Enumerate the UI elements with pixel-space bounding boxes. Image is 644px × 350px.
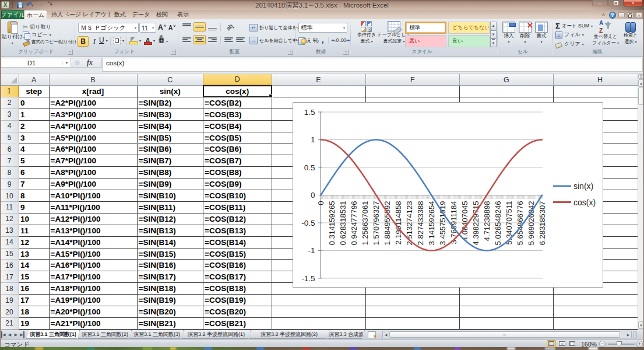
tab-r1[interactable]: 挿入 (48, 10, 66, 19)
sheet-tab-3[interactable]: 演習3.1 三角関数(3) (130, 330, 184, 339)
formula-input[interactable]: cos(x) (102, 58, 643, 72)
row-header-21[interactable]: 21 (0, 318, 19, 330)
column-header-C[interactable]: C (138, 74, 204, 86)
cell-A16[interactable]: 14 (19, 260, 50, 272)
cell-B11[interactable]: =A11*PI()/100 (50, 202, 138, 214)
borders-button[interactable]: ▾ (113, 37, 124, 44)
cell-D15[interactable]: =COS(B15) (203, 249, 272, 260)
sheet-tab-4[interactable]: 演習3.2 半波整流回路(1) (182, 330, 251, 339)
cell-A14[interactable]: 12 (19, 237, 50, 249)
cell-C1[interactable]: sin(x) (138, 86, 204, 97)
cell-A8[interactable]: 6 (19, 167, 50, 178)
cell-G1[interactable] (460, 86, 554, 97)
tab-r5[interactable]: 校閲 (153, 10, 171, 19)
minimize-button[interactable]: – (592, 0, 608, 6)
cell-D14[interactable]: =COS(B14) (203, 237, 272, 249)
cell-A4[interactable]: 2 (19, 121, 50, 132)
cell-A20[interactable]: 18 (19, 306, 50, 318)
align-left-button[interactable] (181, 35, 193, 44)
cell-B10[interactable]: =A10*PI()/100 (50, 190, 138, 202)
row-header-4[interactable]: 4 (0, 121, 19, 132)
tab-r3[interactable]: 数式 (111, 10, 129, 19)
cell-E20[interactable] (272, 306, 366, 318)
workbook-restore-button[interactable] (627, 12, 634, 18)
cell-B17[interactable]: =A17*PI()/100 (50, 271, 138, 283)
font-size-combo[interactable]: 11▾ (139, 23, 156, 33)
cell-B9[interactable]: =A9*PI()/100 (50, 178, 138, 190)
cell-C7[interactable]: =SIN(B7) (138, 155, 204, 167)
next-sheet-icon[interactable]: ▶ (13, 331, 19, 338)
cell-E1[interactable] (272, 86, 366, 97)
tab-file[interactable]: ファイル (1, 10, 24, 19)
column-header-F[interactable]: F (366, 74, 460, 86)
cell-E19[interactable] (272, 295, 366, 306)
cell-D4[interactable]: =COS(B4) (203, 121, 272, 132)
collapse-ribbon-icon[interactable]: ^ (600, 12, 607, 18)
restore-button[interactable] (608, 0, 624, 6)
workbook-minimize-button[interactable]: – (618, 12, 625, 18)
page-layout-view-button[interactable] (557, 340, 566, 347)
cell-B7[interactable]: =A7*PI()/100 (50, 155, 138, 167)
align-center-button[interactable] (193, 35, 206, 44)
cell-C16[interactable]: =SIN(B16) (138, 260, 204, 272)
cell-B5[interactable]: =A5*PI()/100 (50, 132, 138, 144)
cell-C14[interactable]: =SIN(B14) (138, 237, 204, 249)
cell-D8[interactable]: =COS(B8) (203, 167, 272, 178)
row-header-15[interactable]: 15 (0, 249, 19, 260)
sheet-tab-2[interactable]: 演習3.1 三角関数(2) (78, 330, 132, 339)
zoom-out-button[interactable]: − (599, 341, 606, 347)
cell-D6[interactable]: =COS(B6) (203, 144, 272, 156)
last-sheet-icon[interactable]: ▶ (20, 331, 24, 338)
dialog-launcher-icon[interactable] (171, 50, 176, 55)
dialog-launcher-icon[interactable] (68, 50, 73, 55)
tab-splitter-handle[interactable] (633, 331, 636, 338)
cell-D12[interactable]: =COS(B12) (203, 214, 272, 225)
cell-C18[interactable]: =SIN(B18) (138, 283, 204, 295)
cell-C6[interactable]: =SIN(B6) (138, 144, 204, 156)
column-header-E[interactable]: E (272, 74, 366, 86)
row-header-5[interactable]: 5 (0, 132, 19, 144)
cell-style-chip[interactable]: 標準 (405, 22, 446, 34)
cell-C19[interactable]: =SIN(B19) (138, 295, 204, 306)
cell-C9[interactable]: =SIN(B9) (138, 178, 204, 190)
name-box[interactable]: D1 ▼ (0, 58, 71, 68)
shrink-font-button[interactable]: A˅ (168, 24, 175, 31)
cell-F21[interactable] (366, 318, 460, 330)
cell-B21[interactable]: =A21*PI()/100 (50, 318, 138, 330)
normal-view-button[interactable] (547, 340, 556, 347)
cell-B16[interactable]: =A16*PI()/100 (50, 260, 138, 272)
column-header-G[interactable]: G (460, 74, 554, 86)
percent-format-button[interactable]: % (313, 37, 319, 44)
page-break-view-button[interactable] (568, 340, 577, 347)
cell-A10[interactable]: 8 (19, 190, 50, 202)
scroll-left-icon[interactable]: ◀ (383, 332, 389, 337)
scroll-right-icon[interactable]: ▶ (625, 332, 631, 337)
autosum-button[interactable]: Σオート SUM▾ (555, 22, 593, 30)
increase-decimal-button[interactable]: ↞.0 (331, 37, 339, 43)
legend-label[interactable]: sin(x) (573, 181, 593, 191)
delete-cells-button[interactable]: 削除▾ (518, 22, 533, 44)
cell-C8[interactable]: =SIN(B8) (138, 167, 204, 178)
underline-button[interactable]: U▾ (99, 36, 108, 44)
cell-A12[interactable]: 10 (19, 214, 50, 225)
cell-F19[interactable] (366, 295, 460, 306)
row-header-1[interactable]: 1 (0, 86, 19, 97)
cell-B18[interactable]: =A18*PI()/100 (50, 283, 138, 295)
font-color-button[interactable]: A▾ (144, 37, 155, 44)
conditional-formatting-button[interactable]: 条件付き書式 ▾ (354, 21, 379, 44)
row-header-10[interactable]: 10 (0, 190, 19, 202)
cell-D19[interactable]: =COS(B19) (203, 295, 272, 306)
cell-C2[interactable]: =SIN(B2) (138, 97, 204, 109)
row-header-16[interactable]: 16 (0, 260, 19, 272)
tab-r2[interactable]: ページ レイアウト (66, 10, 110, 19)
cell-A5[interactable]: 3 (19, 132, 50, 144)
cell-style-chip[interactable]: 悪い (405, 35, 446, 47)
decrease-decimal-button[interactable]: .00↠ (340, 37, 350, 43)
cell-B4[interactable]: =A4*PI()/100 (50, 121, 138, 132)
row-header-11[interactable]: 11 (0, 202, 19, 214)
cell-C10[interactable]: =SIN(B10) (138, 190, 204, 202)
cell-B15[interactable]: =A15*PI()/100 (50, 249, 138, 260)
name-box-dropdown-icon[interactable]: ▼ (62, 61, 71, 65)
cell-E21[interactable] (272, 318, 366, 330)
italic-button[interactable]: I (90, 36, 98, 47)
